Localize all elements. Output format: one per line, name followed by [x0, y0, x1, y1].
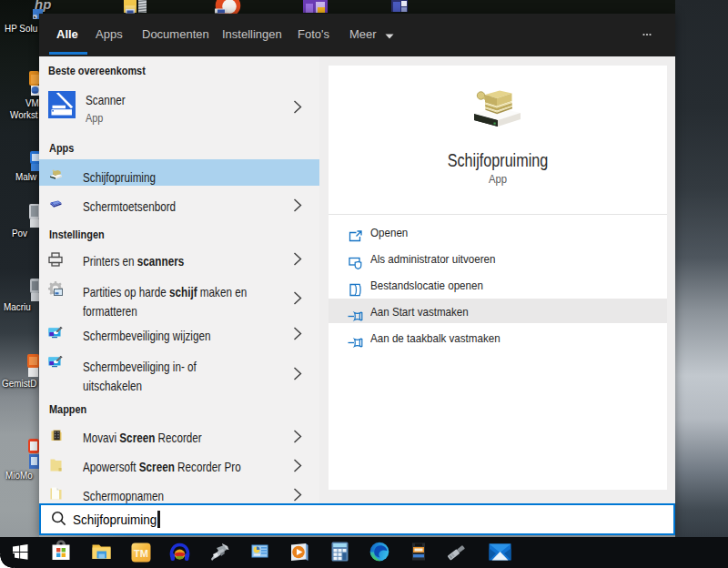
- svg-text:TM: TM: [134, 548, 148, 559]
